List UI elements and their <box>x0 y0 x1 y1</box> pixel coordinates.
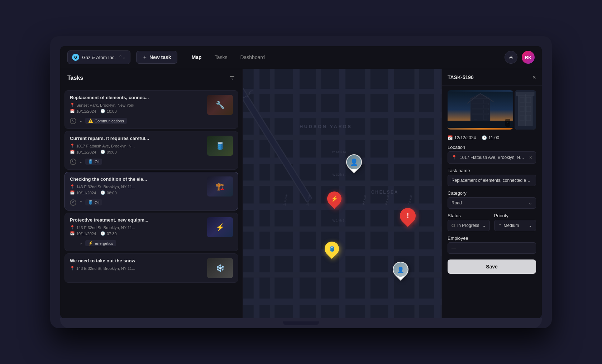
clock-icon: 🕐 <box>100 150 105 154</box>
location-input[interactable]: 📍 1017 Flatbush Ave, Brooklyn, NY 112...… <box>448 151 536 164</box>
task-title: Current repairs. It requires careful... <box>70 136 204 142</box>
location-field: Location 📍 1017 Flatbush Ave, Brooklyn, … <box>448 145 536 164</box>
svg-rect-9 <box>365 69 371 318</box>
filter-button[interactable] <box>229 75 235 81</box>
company-selector[interactable]: G Gaz & Atom Inc. ⌃⌄ <box>67 50 130 64</box>
svg-rect-13 <box>243 88 441 94</box>
sidebar-header: Tasks <box>60 69 243 87</box>
task-footer: ⌄ ⚡ Energetics <box>70 240 233 247</box>
employee-field: Employee — <box>448 236 536 254</box>
tab-tasks[interactable]: Tasks <box>209 52 233 63</box>
svg-rect-12 <box>434 69 440 318</box>
task-name-field: Task name Replacement of elements, conne… <box>448 168 536 186</box>
location-pin-icon: 📍 <box>452 155 457 160</box>
svg-text:HUDSON YARDS: HUDSON YARDS <box>300 123 352 129</box>
lightning-icon: ⚡ <box>88 241 93 246</box>
user-initials: RK <box>525 55 532 60</box>
right-panel: TASK-5190 × <box>441 69 542 318</box>
task-image: ⚡ <box>207 217 233 237</box>
barrel-icon: 🛢️ <box>88 159 93 164</box>
svg-rect-43 <box>472 103 489 105</box>
svg-rect-56 <box>526 106 531 112</box>
category-tag: 🛢️ Oil <box>85 159 102 165</box>
clock-icon: 🕐 <box>100 231 105 236</box>
task-datetime: 📅 10/11/2024 🕐 09:00 <box>70 150 204 154</box>
new-task-label: New task <box>149 54 171 60</box>
status-priority-row: Status In Progress ⌄ Pr <box>448 213 536 231</box>
status-dot <box>452 224 455 227</box>
task-title: Replacement of elements, connec... <box>70 95 204 101</box>
category-tag: ⚡ Energetics <box>85 240 116 246</box>
chevron-down-icon: ⌄ <box>529 223 532 228</box>
employee-input[interactable]: — <box>448 242 536 254</box>
company-icon: G <box>72 54 79 61</box>
category-select[interactable]: Road ⌄ <box>448 197 536 209</box>
clock-icon: 🕐 <box>100 109 105 113</box>
map-pin-oil[interactable]: 🛢️ <box>325 242 339 259</box>
task-image: 🔧 <box>207 95 233 115</box>
task-name-input[interactable]: Replacement of elements, connected equi.… <box>448 175 536 186</box>
task-id: TASK-5190 <box>448 74 474 80</box>
panel-images: ↑ <box>442 86 542 132</box>
map-pin-lightning[interactable]: ⚡ <box>327 191 341 209</box>
theme-toggle[interactable]: ☀ <box>505 51 517 64</box>
map-pin-avatar[interactable]: 👤 <box>346 154 362 173</box>
svg-text:W 30th St: W 30th St <box>333 173 346 176</box>
svg-rect-14 <box>243 112 441 118</box>
close-button[interactable]: × <box>532 74 536 81</box>
main-content: Tasks <box>60 69 542 318</box>
task-location: 📍 143 E 32nd St, Brooklyn, NY 11... <box>70 266 204 271</box>
tab-dashboard[interactable]: Dashboard <box>234 52 271 63</box>
map-pin-person2[interactable]: 👤 <box>393 262 408 280</box>
location-icon: 📍 <box>70 144 75 148</box>
task-image: 🏗️ <box>207 176 233 196</box>
task-card[interactable]: Current repairs. It requires careful... … <box>64 131 238 170</box>
svg-rect-5 <box>270 69 275 318</box>
barrel-icon: 🛢️ <box>88 200 93 205</box>
svg-rect-6 <box>293 69 300 318</box>
clear-location-button[interactable]: × <box>529 155 532 160</box>
task-card[interactable]: Replacement of elements, connec... 📍 Sun… <box>64 90 238 129</box>
priority-select[interactable]: ⌃ Medium ⌄ <box>494 220 536 231</box>
status-select[interactable]: In Progress ⌄ <box>448 220 490 231</box>
chevron-down-icon: ⌄ <box>482 223 486 228</box>
svg-text:W 14th St: W 14th St <box>333 219 346 222</box>
task-footer: ↻ ⌄ 🛢️ Oil <box>70 159 233 165</box>
side-task-image <box>515 90 536 130</box>
user-avatar[interactable]: RK <box>522 51 535 64</box>
task-card[interactable]: We need to take out the snow 📍 143 E 32n… <box>64 253 238 283</box>
new-task-button[interactable]: ＋ New task <box>136 51 177 64</box>
svg-text:CHELSEA: CHELSEA <box>371 190 398 195</box>
svg-rect-55 <box>520 106 524 112</box>
panel-fields: 📅 12/12/2024 🕐 11:00 Location <box>442 132 542 318</box>
calendar-icon: 📅 <box>448 135 453 140</box>
location-icon: 📍 <box>70 225 75 230</box>
status-indicator <box>70 240 76 247</box>
task-footer: ↺ ⌃ 🛢️ Oil <box>70 199 233 206</box>
svg-rect-7 <box>316 69 321 318</box>
location-icon: 📍 <box>70 103 75 107</box>
svg-rect-22 <box>243 299 441 305</box>
svg-rect-21 <box>243 272 441 277</box>
task-title: We need to take out the snow <box>70 258 204 264</box>
category-tag: ⚠️ Communications <box>85 118 127 124</box>
company-name: Gaz & Atom Inc. <box>82 55 116 60</box>
task-card[interactable]: Checking the condition of the ele... 📍 1… <box>64 172 238 210</box>
task-card[interactable]: Protective treatment, new equipm... 📍 14… <box>64 213 238 251</box>
svg-rect-58 <box>526 115 531 121</box>
save-button[interactable]: Save <box>448 259 536 274</box>
svg-rect-53 <box>520 97 524 103</box>
map-pin-alert[interactable]: ! <box>400 208 416 227</box>
tab-map[interactable]: Map <box>186 52 207 63</box>
upload-button[interactable]: ↑ <box>505 119 510 127</box>
plus-icon: ＋ <box>142 54 147 60</box>
map-area[interactable]: HUDSON YARDS CHELSEA W 30th St W 42nd St… <box>243 69 441 318</box>
panel-header: TASK-5190 × <box>442 69 542 86</box>
task-datetime: 📅 10/11/2024 🕐 07:30 <box>70 231 204 236</box>
header-actions: ☀ RK <box>505 51 535 64</box>
category-field: Category Road ⌄ <box>448 190 536 209</box>
status-indicator: ↻ <box>70 118 76 124</box>
calendar-icon: 📅 <box>70 109 75 113</box>
location-icon: 📍 <box>70 266 75 271</box>
task-location: 📍 143 E 32nd St, Brooklyn, NY 11... <box>70 184 204 189</box>
